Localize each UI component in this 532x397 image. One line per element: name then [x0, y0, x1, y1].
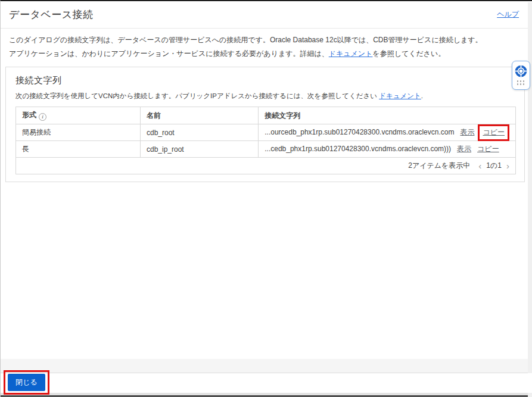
intro-text: このダイアログの接続文字列は、データベースの管理サービスへの接続用です。Orac…: [1, 29, 532, 63]
show-link[interactable]: 表示: [457, 145, 471, 153]
support-widget[interactable]: [512, 61, 530, 90]
dialog-header: データベース接続 ヘルプ: [1, 1, 532, 29]
pagination-page-indicator: 1の1: [486, 161, 502, 171]
pagination-next-icon[interactable]: ›: [506, 161, 509, 170]
connection-string: ...ourcedb_phx1rp.sub01270428300.vcndms.…: [265, 128, 454, 136]
documentation-link[interactable]: ドキュメント: [329, 49, 373, 58]
pre-footer-band: [1, 359, 532, 373]
table-footer-cell: 2アイテムを表示中 ‹ 1の1 ›: [16, 158, 516, 174]
intro-line-2-text: アプリケーションは、かわりにアプリケーション・サービスに接続する必要があります。…: [9, 49, 329, 58]
connection-strings-panel: 接続文字列 次の接続文字列を使用してVCN内から接続します。パブリックIPアドレ…: [5, 67, 525, 182]
table-row: 長 cdb_ip_root ...cedb_phx1rp.sub01270428…: [16, 141, 516, 158]
panel-description: 次の接続文字列を使用してVCN内から接続します。パブリックIPアドレスから接続す…: [15, 92, 516, 101]
life-preserver-icon: [515, 65, 527, 77]
intro-line-2: アプリケーションは、かわりにアプリケーション・サービスに接続する必要があります。…: [9, 49, 524, 58]
dialog-footer: 閉じる: [1, 373, 532, 393]
intro-line-1: このダイアログの接続文字列は、データベースの管理サービスへの接続用です。Orac…: [9, 36, 524, 45]
intro-line-2-tail: を参照してください。: [372, 49, 445, 58]
copy-link[interactable]: コピー: [477, 145, 499, 153]
cell-format: 長: [16, 141, 141, 158]
table-footer-row: 2アイテムを表示中 ‹ 1の1 ›: [16, 158, 516, 174]
connection-string: ...cedb_phx1rp.sub01270428300.vcndms.ora…: [265, 145, 451, 153]
panel-title: 接続文字列: [15, 75, 516, 86]
database-connection-dialog: データベース接続 ヘルプ このダイアログの接続文字列は、データベースの管理サービ…: [0, 0, 532, 397]
info-icon[interactable]: i: [39, 113, 46, 121]
cell-connection: ...cedb_phx1rp.sub01270428300.vcndms.ora…: [259, 141, 516, 158]
copy-link[interactable]: コピー: [483, 128, 505, 136]
panel-description-tail: .: [421, 92, 423, 99]
annotation-highlight-copy: コピー: [478, 124, 509, 141]
table-row: 簡易接続 cdb_root ...ourcedb_phx1rp.sub01270…: [16, 124, 516, 141]
cell-connection: ...ourcedb_phx1rp.sub01270428300.vcndms.…: [259, 124, 516, 141]
column-header-connection: 接続文字列: [259, 107, 516, 124]
column-header-format-label: 形式: [22, 111, 36, 119]
show-link[interactable]: 表示: [460, 128, 474, 136]
panel-description-text: 次の接続文字列を使用してVCN内から接続します。パブリックIPアドレスから接続す…: [15, 92, 379, 99]
help-link[interactable]: ヘルプ: [497, 10, 519, 20]
connection-strings-table: 形式i 名前 接続文字列 簡易接続 cdb_root ...ourcedb_ph…: [15, 107, 516, 174]
column-header-name-label: 名前: [147, 111, 161, 120]
panel-documentation-link[interactable]: ドキュメント: [379, 92, 421, 99]
annotation-highlight-close: 閉じる: [4, 370, 49, 395]
drag-handle-dots-icon[interactable]: [517, 80, 525, 86]
cell-format: 簡易接続: [16, 124, 141, 141]
pagination-prev-icon[interactable]: ‹: [478, 161, 481, 170]
cell-name: cdb_ip_root: [140, 141, 258, 158]
cell-name: cdb_root: [140, 124, 258, 141]
column-header-name: 名前: [140, 107, 258, 124]
table-header-row: 形式i 名前 接続文字列: [16, 107, 516, 124]
page-title: データベース接続: [9, 8, 94, 21]
close-button[interactable]: 閉じる: [8, 374, 45, 391]
empty-body-area: [1, 182, 532, 359]
items-count-text: 2アイテムを表示中: [408, 161, 470, 171]
column-header-format: 形式i: [16, 107, 141, 124]
column-header-connection-label: 接続文字列: [265, 111, 300, 120]
pagination: ‹ 1の1 ›: [478, 161, 509, 171]
